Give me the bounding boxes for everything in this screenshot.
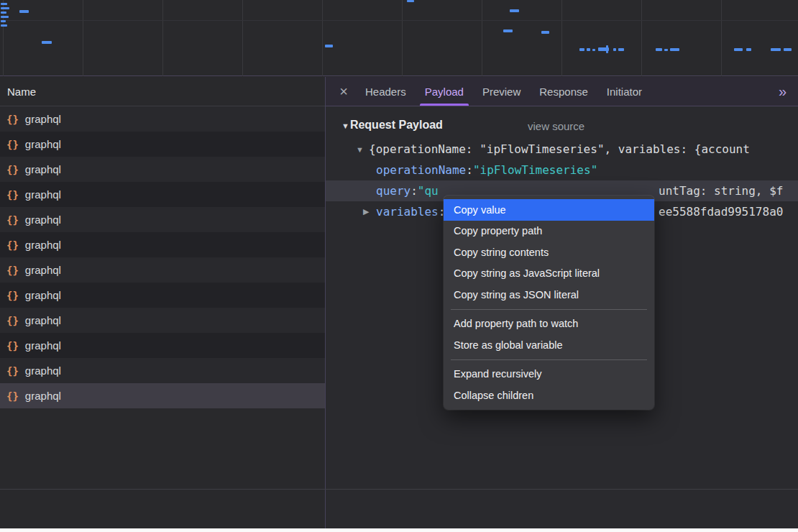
timeline-gridline — [242, 0, 243, 76]
request-row[interactable]: {}graphql — [0, 283, 325, 308]
timeline-gridline — [721, 0, 722, 76]
request-name: graphql — [25, 163, 61, 175]
expander-icon[interactable]: ▶ — [363, 207, 376, 216]
tab-response[interactable]: Response — [530, 77, 597, 106]
menu-item-copy-value[interactable]: Copy value — [444, 199, 654, 221]
timeline-bar — [1, 3, 7, 5]
request-row[interactable]: {}graphql — [0, 257, 325, 283]
request-row[interactable]: {}graphql — [0, 182, 325, 207]
json-type-icon: {} — [6, 214, 19, 226]
request-row[interactable]: {}graphql — [0, 383, 325, 408]
menu-item-collapse-children[interactable]: Collapse children — [444, 385, 654, 406]
request-name: graphql — [25, 364, 61, 377]
timeline-bar — [664, 49, 668, 51]
payload-tree-row[interactable]: ▼{operationName: "ipFlowTimeseries", var… — [326, 139, 798, 160]
json-plain: : — [466, 163, 473, 177]
tab-initiator[interactable]: Initiator — [597, 77, 651, 106]
timeline-bar — [587, 48, 590, 51]
devtools-network-panel: Name {}graphql{}graphql{}graphql{}graphq… — [0, 0, 798, 532]
request-payload-section: ▼Request Payload view source — [341, 119, 798, 136]
request-name: graphql — [25, 188, 61, 201]
timeline-bar — [613, 48, 616, 51]
request-name: graphql — [25, 289, 61, 301]
name-column-label: Name — [7, 86, 36, 98]
tab-headers[interactable]: Headers — [356, 77, 416, 106]
json-type-icon: {} — [6, 164, 19, 175]
timeline-bar — [734, 48, 743, 51]
timeline-bar — [503, 29, 513, 32]
json-key: variables — [376, 205, 439, 219]
request-name: graphql — [25, 113, 61, 125]
json-key: query — [376, 184, 411, 198]
request-row[interactable]: {}graphql — [0, 106, 325, 132]
menu-item-store-as-global-variable[interactable]: Store as global variable — [444, 334, 654, 356]
timeline-bar — [1, 16, 9, 18]
json-key: operationName — [376, 163, 466, 177]
request-list: {}graphql{}graphql{}graphql{}graphql{}gr… — [0, 106, 325, 408]
request-row[interactable]: {}graphql — [0, 333, 325, 358]
request-row[interactable]: {}graphql — [0, 132, 325, 157]
tab-payload[interactable]: Payload — [416, 77, 473, 106]
name-column-header[interactable]: Name — [0, 77, 325, 106]
json-type-icon: {} — [6, 365, 19, 377]
timeline-bar — [771, 48, 781, 51]
json-type-icon: {} — [6, 340, 19, 352]
tab-preview[interactable]: Preview — [473, 77, 530, 106]
view-source-link[interactable]: view source — [528, 120, 584, 132]
menu-item-copy-string-contents[interactable]: Copy string contents — [444, 242, 654, 263]
detail-tab-bar: × HeadersPayloadPreviewResponseInitiator… — [326, 77, 798, 106]
timeline-gridline — [322, 0, 323, 76]
page-bottom-edge — [0, 528, 798, 532]
menu-item-add-property-path-to-watch[interactable]: Add property path to watch — [444, 313, 654, 335]
timeline-bar — [42, 41, 52, 44]
menu-item-copy-property-path[interactable]: Copy property path — [444, 221, 654, 242]
request-row[interactable]: {}graphql — [0, 232, 325, 257]
close-icon[interactable]: × — [331, 77, 356, 106]
request-row[interactable]: {}graphql — [0, 207, 325, 232]
timeline-ruler-line — [0, 20, 798, 21]
timeline-bar — [1, 20, 6, 22]
timeline-bar — [19, 10, 29, 13]
json-type-icon: {} — [6, 189, 19, 201]
timeline-bar — [1, 24, 7, 27]
request-row[interactable]: {}graphql — [0, 358, 325, 383]
timeline-gridline — [561, 0, 562, 76]
expander-icon[interactable]: ▼ — [356, 145, 369, 154]
request-name: graphql — [25, 264, 61, 276]
timeline-bar — [656, 48, 662, 51]
request-name: graphql — [25, 239, 61, 251]
more-tabs-icon[interactable]: » — [771, 77, 792, 106]
requests-panel: Name {}graphql{}graphql{}graphql{}graphq… — [0, 77, 326, 528]
section-title: Request Payload — [350, 119, 443, 131]
detail-tabs: HeadersPayloadPreviewResponseInitiator — [356, 77, 651, 106]
request-row[interactable]: {}graphql — [0, 157, 325, 182]
menu-separator — [451, 359, 647, 360]
request-row[interactable]: {}graphql — [0, 308, 325, 333]
timeline-bar — [784, 48, 792, 51]
timeline-gridline — [162, 0, 163, 76]
menu-item-expand-recursively[interactable]: Expand recursively — [444, 364, 654, 385]
timeline-bar — [618, 48, 624, 51]
json-fragment: ee5588fdad995178a0 — [659, 201, 783, 222]
timeline-gridline — [402, 0, 403, 76]
json-type-icon: {} — [6, 139, 19, 150]
request-name: graphql — [25, 314, 61, 326]
request-name: graphql — [25, 138, 61, 150]
json-plain: {operationName: "ipFlowTimeseries", vari… — [369, 142, 750, 156]
payload-tree-row[interactable]: operationName: "ipFlowTimeseries" — [326, 160, 798, 180]
timeline-gridline — [641, 0, 642, 76]
menu-item-copy-string-as-javascript-literal[interactable]: Copy string as JavaScript literal — [444, 263, 654, 285]
json-type-icon: {} — [6, 239, 19, 251]
request-name: graphql — [25, 390, 61, 402]
timeline-bar — [670, 48, 679, 51]
json-type-icon: {} — [6, 315, 19, 326]
footer-divider — [0, 489, 798, 490]
json-string: "qu — [418, 184, 439, 198]
timeline-bar — [746, 48, 751, 51]
json-type-icon: {} — [6, 390, 19, 402]
network-overview-timeline[interactable] — [0, 0, 798, 76]
menu-item-copy-string-as-json-literal[interactable]: Copy string as JSON literal — [444, 284, 654, 306]
timeline-bar — [325, 45, 333, 47]
json-string: "ipFlowTimeseries" — [473, 163, 597, 177]
section-expander-icon[interactable]: ▼ — [341, 121, 349, 130]
